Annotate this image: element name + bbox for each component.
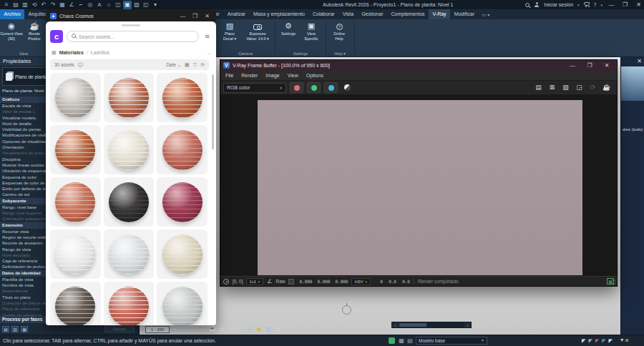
user-icon[interactable] <box>534 2 540 8</box>
breadcrumb-leaf[interactable]: Ladrillos <box>91 50 109 55</box>
project-base-point-symbol[interactable] <box>342 305 351 315</box>
measure-icon[interactable]: ∠ <box>67 1 76 9</box>
vfb-title-bar[interactable]: V V-Ray Frame Buffer - [100.0% of 950 x … <box>220 60 617 71</box>
asset-card-brick-orange-red[interactable] <box>157 73 208 122</box>
user-interface-icon[interactable]: ▣ <box>123 1 132 9</box>
asset-card-brick-dark-brown[interactable] <box>50 282 101 325</box>
worksets-status-icon[interactable] <box>389 337 395 344</box>
pan-zoom-icon[interactable]: ◲ <box>575 83 584 92</box>
asset-card-brick-salmon-red[interactable] <box>50 177 101 227</box>
cosmos-scrollbar[interactable] <box>212 74 214 320</box>
red-channel-toggle[interactable] <box>290 82 303 93</box>
design-option-select[interactable]: Modelo base ▼ <box>416 337 487 345</box>
filter-sliders-icon[interactable]: ≋ <box>203 32 212 41</box>
tab-v-ray[interactable]: V-Ray <box>429 9 450 19</box>
view-specific-settings-button[interactable]: ▣ View Specific <box>300 19 323 41</box>
pixel-probe-icon[interactable] <box>223 279 229 285</box>
detail-level-icon[interactable]: ▤ <box>172 326 179 333</box>
asset-card-brick-red-orange-rough[interactable] <box>50 125 101 174</box>
worksets-icon[interactable]: ▦ <box>398 337 405 345</box>
scrollbar-thumb[interactable] <box>212 74 214 149</box>
render-last-icon[interactable]: ☕ <box>602 83 611 92</box>
clear-image-icon[interactable]: ⊠ <box>547 83 557 92</box>
refresh-icon[interactable]: ⟳ <box>200 62 205 68</box>
scrollbar-track[interactable] <box>399 322 464 327</box>
vfb-close-button[interactable]: ✕ <box>600 62 614 69</box>
sheet-icon[interactable]: ▧ <box>132 1 141 9</box>
exposure-value-button[interactable]: Exposure Value: 14.0 ▾ <box>243 19 273 41</box>
redo-icon[interactable]: ↷ <box>49 1 57 9</box>
vfb-maximize-button[interactable]: ❐ <box>582 62 597 69</box>
sign-in-caret-icon[interactable]: ▾ <box>577 3 580 7</box>
sort-select[interactable]: Date ⌄ <box>166 62 181 68</box>
unlocked-view-icon[interactable]: ◇ <box>237 326 244 333</box>
help-caret-icon[interactable]: ▾ <box>600 3 602 7</box>
tab-file[interactable]: Archivo <box>0 9 24 19</box>
vfb-menu-image[interactable]: Image <box>265 73 279 78</box>
crop-view-icon[interactable]: ▣ <box>218 326 225 333</box>
switch-windows-icon[interactable]: ◱ <box>142 1 150 9</box>
text-icon[interactable]: A <box>95 1 104 9</box>
asset-card-brick-gray-rough[interactable] <box>50 73 101 122</box>
drag-elements-on-selection-icon[interactable]: ◤ <box>609 337 613 344</box>
select-underlay-elements-icon[interactable]: ◤ <box>588 337 592 344</box>
asset-card-brick-cream-smooth[interactable] <box>104 125 155 174</box>
vfb-menu-options[interactable]: Options <box>306 73 323 78</box>
minimize-button[interactable]: — <box>607 0 616 9</box>
asset-card-brick-red-white-mixed[interactable] <box>104 73 155 122</box>
show-render-dialog-icon[interactable]: ☕ <box>209 326 216 333</box>
open-icon[interactable]: ▥ <box>21 1 29 9</box>
undo-icon[interactable]: ↶ <box>39 1 48 9</box>
asset-card-brick-terracotta-smooth[interactable] <box>157 125 208 174</box>
grid-view-icon[interactable]: ▦ <box>185 62 190 68</box>
drag-handle[interactable] <box>122 24 140 26</box>
select-links-icon[interactable]: ◤ <box>582 337 585 344</box>
tab-analizar[interactable]: Analizar <box>223 9 249 19</box>
close-icon[interactable]: ✕ <box>637 58 642 64</box>
raw-checkbox[interactable] <box>288 279 294 285</box>
green-channel-toggle[interactable] <box>307 82 321 93</box>
sync-icon[interactable]: ⟲ <box>30 1 39 9</box>
vray-settings-button[interactable]: ⚙ Settings <box>277 19 300 41</box>
place-decal-button[interactable]: ▨ Place Decal ▾ <box>217 19 243 41</box>
search-input[interactable] <box>67 31 199 42</box>
channel-select[interactable]: RGB color ▼ <box>223 83 286 93</box>
properties-edit-icon[interactable]: ▦ <box>21 326 28 332</box>
search-icon[interactable] <box>525 3 530 7</box>
compare-history-icon[interactable]: ⟳ <box>588 83 597 92</box>
cosmos-close-button[interactable]: ✕ <box>203 13 212 19</box>
horizontal-scrollbar[interactable]: ‹ › <box>391 322 472 328</box>
tab-masa-y-emplazamiento[interactable]: Masa y emplazamiento <box>249 9 308 19</box>
vfb-menu-render[interactable]: Render <box>241 73 258 78</box>
save-image-icon[interactable]: ▤ <box>534 83 543 92</box>
filter-icon[interactable]: ▽ <box>193 62 197 68</box>
reveal-hidden-elements-icon[interactable]: ◉ <box>255 326 263 333</box>
properties-help-icon[interactable]: ▤ <box>2 326 9 332</box>
vfb-menu-file[interactable]: File <box>225 73 233 78</box>
vfb-minimize-button[interactable]: — <box>565 62 580 69</box>
pixel-zoom-select[interactable]: 1x1 ▼ <box>246 278 263 285</box>
tab-vista[interactable]: Vista <box>338 9 357 19</box>
tab-complementos[interactable]: Complementos <box>387 9 429 19</box>
vfb-menu-view[interactable]: View <box>288 73 298 78</box>
properties-filter-icon[interactable]: ▥ <box>11 326 19 332</box>
alpha-channel-toggle[interactable] <box>344 84 351 91</box>
tab-gestionar[interactable]: Gestionar <box>358 9 387 19</box>
scrollbar-thumb[interactable] <box>399 323 426 327</box>
close-button[interactable]: ✕ <box>634 0 643 9</box>
help-icon[interactable]: ? <box>594 2 597 7</box>
select-pinned-elements-icon[interactable]: ◤ <box>595 337 599 344</box>
resize-grip[interactable] <box>610 280 616 285</box>
asset-card-brick-beige[interactable] <box>157 229 208 279</box>
region-render-icon[interactable]: ▧ <box>561 83 570 92</box>
hsv-select[interactable]: HSV ▼ <box>351 278 370 285</box>
customize-qat-icon[interactable]: ▾ <box>151 1 160 9</box>
print-icon[interactable]: ▦ <box>58 1 67 9</box>
aligned-dimension-icon[interactable]: ⌐ <box>77 1 85 9</box>
asset-card-brick-light-gray-glossy[interactable] <box>104 229 155 279</box>
scroll-left-icon[interactable]: ‹ <box>392 323 399 327</box>
show-crop-region-icon[interactable]: ◫ <box>228 326 235 333</box>
temporary-view-properties-icon[interactable]: ▥ <box>265 326 272 333</box>
section-icon[interactable]: ◫ <box>114 1 122 9</box>
default-3d-view-icon[interactable]: ⌂ <box>104 1 113 9</box>
